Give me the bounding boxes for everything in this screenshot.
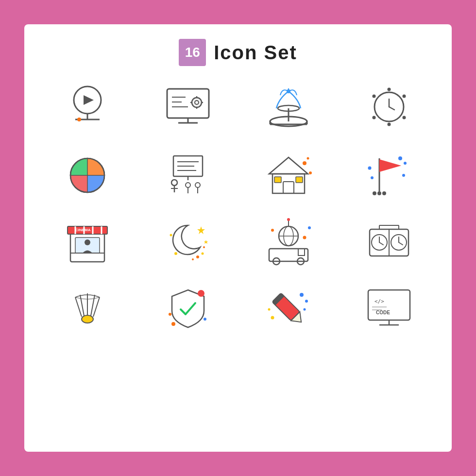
svg-point-121 [305,300,308,303]
svg-line-100 [379,242,383,245]
svg-point-59 [373,191,376,195]
svg-rect-53 [296,177,303,183]
presentation-icon [161,149,215,202]
page-header: 16 Icon Set [179,39,297,66]
clock-cell [345,82,432,135]
pen-icon [262,283,315,336]
svg-line-103 [399,242,403,245]
svg-point-123 [271,316,274,320]
clock-icon [362,82,416,135]
code-screen-icon: </> CODE [362,283,416,336]
svg-rect-5 [167,89,209,118]
svg-point-81 [170,234,172,237]
svg-point-116 [204,318,206,321]
flag-cell [345,149,432,202]
home-icon [262,149,315,202]
icons-grid: CINEMA [44,82,432,336]
svg-point-95 [308,226,311,229]
badminton-icon [61,283,114,336]
svg-point-120 [300,293,304,297]
svg-point-55 [309,171,312,174]
code-settings-cell [144,82,231,135]
svg-point-31 [372,116,375,119]
svg-point-82 [196,255,199,258]
fountain-icon [262,82,315,135]
svg-marker-77 [197,226,205,234]
moon-stars-cell [144,216,231,269]
svg-point-63 [404,162,407,165]
code-screen-cell: </> CODE [345,283,432,336]
svg-point-4 [77,118,81,121]
fountain-cell [245,82,332,135]
moon-stars-icon [161,216,215,269]
news-van-cell [245,216,332,269]
number-badge: 16 [179,39,206,66]
svg-point-29 [402,116,406,119]
svg-point-93 [303,236,306,239]
svg-marker-1 [84,95,94,105]
security-shield-cell [144,283,231,336]
svg-point-124 [268,308,270,311]
svg-point-54 [303,161,306,165]
svg-marker-58 [379,159,401,172]
svg-text:CINEMA: CINEMA [75,228,91,232]
svg-point-113 [198,290,204,297]
pen-cell [245,283,332,336]
cinema-icon: CINEMA [61,216,114,269]
svg-point-79 [174,252,177,255]
svg-point-122 [303,308,306,311]
svg-point-45 [186,183,190,187]
svg-marker-78 [204,240,208,244]
svg-marker-49 [269,157,308,174]
svg-rect-51 [283,182,294,193]
svg-point-32 [372,95,375,98]
badminton-cell [44,283,131,336]
svg-point-28 [402,95,406,98]
flag-icon [362,149,416,202]
svg-point-61 [382,191,386,195]
presentation-cell [144,149,231,202]
svg-point-60 [377,191,381,195]
home-cell [245,149,332,202]
svg-point-42 [171,180,177,186]
play-button-cell [44,82,131,135]
svg-point-94 [271,229,274,232]
svg-point-83 [192,258,194,260]
page-title: Icon Set [214,42,297,64]
svg-point-89 [287,218,290,221]
svg-point-107 [82,315,93,323]
svg-rect-52 [274,177,281,183]
security-shield-icon [161,283,215,336]
svg-text:CODE: CODE [376,310,390,315]
svg-point-75 [85,239,90,245]
beach-ball-icon [61,149,114,202]
svg-rect-125 [368,290,410,320]
svg-line-26 [389,107,394,110]
svg-point-84 [203,246,205,248]
play-button-icon [61,82,114,135]
svg-point-64 [402,174,405,177]
timer-cell [345,216,432,269]
svg-point-65 [371,176,374,179]
cinema-cell: CINEMA [44,216,131,269]
code-settings-icon [161,82,215,135]
svg-text:</>: </> [374,298,384,305]
svg-point-114 [171,322,175,326]
news-van-icon [262,216,315,269]
svg-point-115 [169,313,171,316]
svg-point-27 [387,88,391,91]
svg-point-66 [368,167,371,170]
svg-point-47 [195,183,200,187]
beach-ball-cell [44,149,131,202]
svg-point-56 [306,157,309,160]
main-card: 16 Icon Set [24,24,452,452]
svg-point-11 [192,98,202,107]
svg-point-80 [201,253,204,255]
timer-icon [362,216,416,269]
svg-point-62 [398,156,402,160]
svg-point-30 [387,123,391,126]
